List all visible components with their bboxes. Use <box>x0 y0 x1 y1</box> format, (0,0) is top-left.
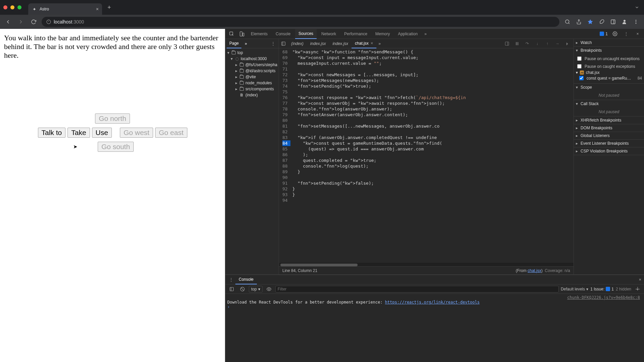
browser-toolbar: localhost:3000 <box>0 15 644 29</box>
tab-elements[interactable]: Elements <box>247 29 271 39</box>
step-icon[interactable]: → <box>553 40 561 48</box>
devtools-close-icon[interactable]: × <box>633 30 642 38</box>
pane-watch[interactable]: ▸Watch <box>574 39 644 46</box>
console-filter[interactable] <box>275 286 559 292</box>
device-toolbar-icon[interactable] <box>237 30 246 38</box>
tab-console[interactable]: Console <box>272 29 294 39</box>
close-file-icon[interactable]: × <box>371 41 373 46</box>
breakpoint-entry[interactable]: const quest = gameRu…84 <box>576 75 642 81</box>
tab-application[interactable]: Application <box>395 29 421 39</box>
pane-dom[interactable]: ▸DOM Breakpoints <box>574 124 644 132</box>
svg-rect-21 <box>516 42 517 45</box>
use-button[interactable]: Use <box>92 128 112 138</box>
tab-memory[interactable]: Memory <box>372 29 393 39</box>
file-tab[interactable]: (index) <box>288 39 307 48</box>
breakpoint-file[interactable]: ▾JSchat.jsx <box>576 70 642 75</box>
pane-global-listeners[interactable]: ▸Global Listeners <box>574 132 644 139</box>
code-editor[interactable]: 6869707172737475767778798081828384858687… <box>279 48 573 263</box>
tab-favicon-icon: ✦ <box>32 7 37 12</box>
file-tabs-overflow[interactable]: » <box>376 41 383 46</box>
file-tab-active[interactable]: chat.jsx× <box>352 39 376 48</box>
url-bar[interactable]: localhost:3000 <box>42 17 559 27</box>
step-into-icon[interactable]: ↓ <box>533 40 541 48</box>
inspect-element-icon[interactable] <box>227 30 236 38</box>
side-panel-icon[interactable] <box>608 17 618 27</box>
pane-breakpoints[interactable]: ▾Breakpoints <box>574 47 644 54</box>
site-info-icon[interactable] <box>46 19 51 24</box>
pane-callstack[interactable]: ▾Call Stack <box>574 100 644 107</box>
devtools-menu-icon[interactable]: ⋮ <box>622 30 631 38</box>
close-drawer-icon[interactable]: × <box>637 276 643 283</box>
extensions-icon[interactable] <box>597 17 606 27</box>
fullscreen-window-button[interactable] <box>17 5 21 9</box>
nav-more-icon[interactable]: ⋮ <box>269 39 277 48</box>
pause-uncaught-checkbox[interactable]: Pause on uncaught exceptions <box>576 55 642 62</box>
profile-icon[interactable] <box>620 17 629 27</box>
pause-caught-checkbox[interactable]: Pause on caught exceptions <box>576 62 642 70</box>
drawer-menu-icon[interactable]: ⋮ <box>227 275 235 284</box>
tab-network[interactable]: Network <box>318 29 339 39</box>
share-icon[interactable] <box>574 17 584 27</box>
console-output[interactable]: chunk-DFKQJ226.js?v=9e6b4e8c:8 Download … <box>225 294 644 362</box>
menu-icon[interactable] <box>631 17 641 27</box>
deactivate-breakpoints-icon[interactable]: ⏵ <box>563 40 571 48</box>
step-over-icon[interactable]: ↷ <box>523 40 531 48</box>
svg-point-16 <box>614 33 615 35</box>
sources-editor: (index) index.jsx index.jsx chat.jsx× » … <box>279 39 573 274</box>
console-issues[interactable]: 1 Issue:1 <box>590 287 614 291</box>
react-devtools-link[interactable]: https://reactjs.org/link/react-devtools <box>385 300 480 305</box>
toggle-navigator-icon[interactable] <box>279 41 288 46</box>
minimize-window-button[interactable] <box>10 5 14 9</box>
horizontal-scrollbar[interactable] <box>279 263 573 266</box>
file-tab[interactable]: index.jsx <box>329 39 352 48</box>
drawer-tab-console[interactable]: Console <box>235 275 257 284</box>
toggle-debugger-pane-icon[interactable] <box>503 40 511 48</box>
svg-point-3 <box>565 20 569 24</box>
tab-performance[interactable]: Performance <box>341 29 371 39</box>
file-tree[interactable]: ▾top ▾◌localhost:3000 ▸@fs/Users/stepha … <box>225 48 279 274</box>
console-context-select[interactable]: top▾ <box>249 286 263 292</box>
talk-to-button[interactable]: Talk to <box>38 128 66 138</box>
step-out-icon[interactable]: ↑ <box>543 40 551 48</box>
go-west-button[interactable]: Go west <box>120 128 153 138</box>
new-tab-button[interactable]: + <box>105 4 113 11</box>
nav-tab-page[interactable]: Page <box>227 39 241 48</box>
pane-event-listeners[interactable]: ▸Event Listener Breakpoints <box>574 140 644 147</box>
log-levels-select[interactable]: Default levels ▾ <box>561 287 588 291</box>
narrative-text: You walk into the bar and immediately se… <box>4 34 221 60</box>
go-north-button[interactable]: Go north <box>95 114 130 124</box>
zoom-icon[interactable] <box>563 17 572 27</box>
devtools-toolbar: Elements Console Sources Network Perform… <box>225 29 644 39</box>
live-expr-icon[interactable] <box>265 285 273 293</box>
take-button[interactable]: Take <box>67 128 90 138</box>
pane-csp[interactable]: ▸CSP Violation Breakpoints <box>574 147 644 155</box>
issues-indicator[interactable]: 1 <box>600 32 608 36</box>
pause-script-icon[interactable] <box>513 40 521 48</box>
pane-xhr[interactable]: ▸XHR/fetch Breakpoints <box>574 117 644 124</box>
go-east-button[interactable]: Go east <box>155 128 187 138</box>
nav-tab-overflow[interactable]: » <box>242 39 250 48</box>
back-button[interactable] <box>3 17 13 27</box>
file-tab[interactable]: index.jsx <box>307 39 329 48</box>
forward-button[interactable] <box>16 17 26 27</box>
tab-sources[interactable]: Sources <box>295 29 317 39</box>
sourcemap-link[interactable]: chat.jsx <box>527 268 541 273</box>
bookmark-star-icon[interactable] <box>586 17 595 27</box>
url-host: localhost <box>54 19 72 25</box>
console-settings-icon[interactable] <box>633 285 642 293</box>
browser-tab-active[interactable]: ✦ Astro × <box>28 3 102 15</box>
log-source-link[interactable]: chunk-DFKQJ226.js?v=9e6b4e8c:8 <box>227 295 642 300</box>
clear-console-icon[interactable] <box>238 285 247 293</box>
close-tab-button[interactable]: × <box>96 6 99 12</box>
page-content: You walk into the bar and immediately se… <box>0 29 225 362</box>
tab-overflow-button[interactable] <box>633 4 641 11</box>
console-prompt[interactable]: › <box>227 305 642 309</box>
pane-scope[interactable]: ▾Scope <box>574 84 644 91</box>
settings-gear-icon[interactable] <box>610 30 619 38</box>
go-south-button[interactable]: Go south <box>98 142 134 152</box>
svg-rect-15 <box>243 33 244 36</box>
console-sidebar-icon[interactable] <box>227 285 236 293</box>
reload-button[interactable] <box>29 17 38 27</box>
tabs-overflow-icon[interactable]: » <box>422 32 429 36</box>
close-window-button[interactable] <box>3 5 7 9</box>
